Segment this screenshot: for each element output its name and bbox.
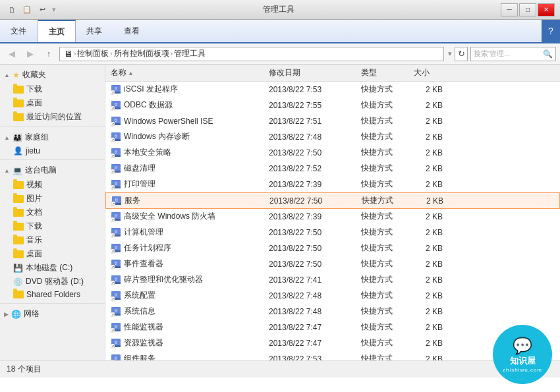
quick-copy-btn[interactable]: 📋 <box>20 4 34 16</box>
folder-icon <box>13 250 24 258</box>
downloads-label: 下载 <box>26 84 42 95</box>
quick-new-btn[interactable]: 🗋 <box>5 4 18 16</box>
cdrive-label: 本地磁盘 (C:) <box>26 262 72 273</box>
table-row[interactable]: tI ↗ 计算机管理 2013/8/22 7:50 快捷方式 2 KB <box>105 225 560 240</box>
sidebar-item-videos[interactable]: 视频 <box>0 178 105 192</box>
table-row[interactable]: tI ↗ 组件服务 2013/8/22 7:53 快捷方式 2 KB <box>105 351 560 360</box>
file-date: 2013/8/22 7:50 <box>264 259 356 269</box>
tab-home[interactable]: 主页 <box>38 20 76 42</box>
sidebar-item-desktop2[interactable]: 桌面 <box>0 247 105 261</box>
sidebar-item-music[interactable]: 音乐 <box>0 233 105 247</box>
dropdown-arrow[interactable]: ▾ <box>448 49 452 58</box>
table-row[interactable]: tI ↗ 任务计划程序 2013/8/22 7:50 快捷方式 2 KB <box>105 240 560 256</box>
file-type: 快捷方式 <box>356 321 408 333</box>
sidebar-item-pictures[interactable]: 图片 <box>0 192 105 206</box>
sidebar-item-cdrive[interactable]: 💾 本地磁盘 (C:) <box>0 261 105 275</box>
table-row[interactable]: tI ↗ 本地安全策略 2013/8/22 7:50 快捷方式 2 KB <box>105 145 560 161</box>
file-date: 2013/8/22 7:48 <box>264 291 356 301</box>
sidebar-header-thispc[interactable]: ▲ 💻 这台电脑 <box>0 163 105 178</box>
file-icon: tI ↗ <box>111 354 121 361</box>
expand-network: ▶ <box>4 311 9 318</box>
header-name[interactable]: 名称 ▲ <box>105 66 264 80</box>
file-icon: tI ↗ <box>111 291 121 301</box>
file-type: 快捷方式 <box>356 162 408 175</box>
homegroup-icon: 👨‍👩‍👧 <box>13 133 22 142</box>
table-row[interactable]: tI ↗ ODBC 数据源 2013/8/22 7:55 快捷方式 2 KB <box>105 98 560 113</box>
sidebar-item-recent[interactable]: 最近访问的位置 <box>0 110 105 124</box>
file-type: 快捷方式 <box>356 337 408 349</box>
watermark-text: 知识屋 <box>510 355 536 367</box>
table-row[interactable]: tI ↗ 磁盘清理 2013/8/22 7:52 快捷方式 2 KB <box>105 161 560 177</box>
file-icon: tI ↗ <box>111 196 122 206</box>
sidebar-header-favorites[interactable]: ▲ ★ 收藏夹 <box>0 67 105 82</box>
forward-button[interactable]: ▶ <box>22 46 38 62</box>
star-icon: ★ <box>13 70 20 80</box>
sidebar-item-desktop[interactable]: 桌面 <box>0 96 105 110</box>
svg-text:↗: ↗ <box>112 202 115 206</box>
table-row[interactable]: tI ↗ 系统配置 2013/8/22 7:48 快捷方式 2 KB <box>105 288 560 304</box>
sidebar-item-downloads2[interactable]: 下载 <box>0 219 105 233</box>
pictures-label: 图片 <box>26 193 42 204</box>
table-row[interactable]: tI ↗ 高级安全 Windows 防火墙 2013/8/22 7:39 快捷方… <box>105 209 560 225</box>
back-button[interactable]: ◀ <box>4 46 20 62</box>
header-size[interactable]: 大小 <box>408 66 448 80</box>
quick-undo-btn[interactable]: ↩ <box>36 4 49 16</box>
quick-access-toolbar: 🗋 📋 ↩ ▾ <box>5 4 56 16</box>
table-row[interactable]: tI ↗ 碎片整理和优化驱动器 2013/8/22 7:41 快捷方式 2 KB <box>105 272 560 288</box>
file-name: tI ↗ Windows PowerShell ISE <box>105 115 264 127</box>
table-row[interactable]: tI ↗ 事件查看器 2013/8/22 7:50 快捷方式 2 KB <box>105 256 560 272</box>
maximize-button[interactable]: □ <box>519 3 536 16</box>
tab-share[interactable]: 共享 <box>76 20 113 42</box>
search-placeholder: 搜索'管理... <box>474 49 510 59</box>
file-date: 2013/8/22 7:52 <box>264 163 356 174</box>
file-name: tI ↗ ODBC 数据源 <box>105 99 264 111</box>
refresh-button[interactable]: ↻ <box>455 47 468 61</box>
table-row[interactable]: tI ↗ Windows 内存诊断 2013/8/22 7:48 快捷方式 2 … <box>105 129 560 145</box>
minimize-button[interactable]: ─ <box>501 3 518 16</box>
table-row[interactable]: tI ↗ 系统信息 2013/8/22 7:48 快捷方式 2 KB <box>105 304 560 320</box>
file-icon: tI ↗ <box>111 132 121 142</box>
table-row[interactable]: tI ↗ Windows PowerShell ISE 2013/8/22 7:… <box>105 113 560 129</box>
header-date[interactable]: 修改日期 <box>264 66 356 80</box>
help-button[interactable]: ? <box>542 20 560 42</box>
address-path[interactable]: 🖥 › 控制面板 › 所有控制面板项 › 管理工具 <box>59 47 444 61</box>
sidebar-header-network[interactable]: ▶ 🌐 网络 <box>0 306 105 322</box>
sidebar-header-homegroup[interactable]: ▲ 👨‍👩‍👧 家庭组 <box>0 130 105 145</box>
search-icon[interactable]: 🔍 <box>543 49 553 59</box>
sidebar-item-downloads[interactable]: 下载 <box>0 82 105 96</box>
header-type[interactable]: 类型 <box>356 66 408 80</box>
file-icon: tI ↗ <box>111 179 121 190</box>
ribbon: 文件 主页 共享 查看 ? <box>0 20 560 43</box>
file-area: 名称 ▲ 修改日期 类型 大小 tI ↗ iSCSI 发起程序 <box>105 65 560 360</box>
file-name: tI ↗ 计算机管理 <box>105 226 264 238</box>
path-admintools[interactable]: 管理工具 <box>174 48 206 59</box>
file-type: 快捷方式 <box>356 210 408 223</box>
path-controlpanel[interactable]: 控制面板 <box>77 48 109 59</box>
file-size: 2 KB <box>409 196 449 206</box>
file-icon: tI ↗ <box>111 84 121 95</box>
sidebar-item-shared[interactable]: Shared Folders <box>0 289 105 300</box>
svg-text:↗: ↗ <box>111 265 114 269</box>
table-row[interactable]: tI ↗ 资源监视器 2013/8/22 7:47 快捷方式 2 KB <box>105 335 560 351</box>
file-name: tI ↗ 事件查看器 <box>105 258 264 270</box>
music-label: 音乐 <box>26 235 42 246</box>
file-type: 快捷方式 <box>356 146 408 159</box>
file-date: 2013/8/22 7:47 <box>264 322 356 333</box>
search-box[interactable]: 搜索'管理... 🔍 <box>470 47 556 61</box>
sidebar-item-jietu[interactable]: 👤 jietu <box>0 145 105 157</box>
path-allitems[interactable]: 所有控制面板项 <box>114 48 169 59</box>
close-button[interactable]: ✕ <box>538 3 555 16</box>
file-type: 快捷方式 <box>356 99 408 111</box>
table-row[interactable]: tI ↗ 性能监视器 2013/8/22 7:47 快捷方式 2 KB <box>105 320 560 335</box>
tab-view[interactable]: 查看 <box>113 20 151 42</box>
downloads2-label: 下载 <box>26 221 42 232</box>
table-row[interactable]: tI ↗ 打印管理 2013/8/22 7:39 快捷方式 2 KB <box>105 177 560 192</box>
table-row[interactable]: tI ↗ 服务 2013/8/22 7:50 快捷方式 2 KB <box>105 192 560 209</box>
sidebar-item-documents[interactable]: 文档 <box>0 206 105 219</box>
up-button[interactable]: ↑ <box>41 46 57 62</box>
tab-file[interactable]: 文件 <box>0 20 38 42</box>
table-row[interactable]: tI ↗ iSCSI 发起程序 2013/8/22 7:53 快捷方式 2 KB <box>105 82 560 98</box>
file-type: 快捷方式 <box>356 83 408 96</box>
sidebar-item-dvd[interactable]: 💿 DVD 驱动器 (D:) <box>0 275 105 289</box>
svg-text:↗: ↗ <box>111 106 114 110</box>
